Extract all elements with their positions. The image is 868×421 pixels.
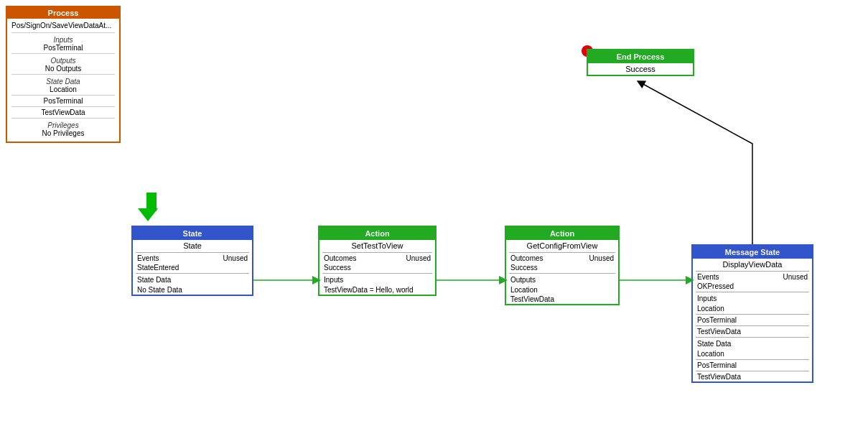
- state-data-testviewdata: TestViewData: [11, 108, 115, 116]
- action2-outcomes-label: Outcomes: [510, 254, 543, 262]
- msg-events-label: Events: [697, 273, 719, 281]
- action2-subtitle: GetConfigFromView: [506, 240, 618, 251]
- state-events-unused: Unused: [223, 254, 248, 262]
- action1-outcomes-row: Outcomes Unused: [319, 254, 435, 263]
- msg-inputs-label: Inputs: [693, 293, 812, 304]
- state-data-location: Location: [11, 85, 115, 93]
- inputs-label: Inputs: [11, 36, 115, 44]
- msg-input-testviewdata: TestViewData: [693, 327, 812, 336]
- action2-outcomes-value: Success: [506, 263, 618, 272]
- action2-outputs-label: Outputs: [506, 274, 618, 285]
- action2-output-location: Location: [506, 285, 618, 295]
- process-panel: Process Pos/SignOn/SaveViewDataAt... Inp…: [6, 6, 121, 143]
- action1-node[interactable]: Action SetTestToView Outcomes Unused Suc…: [318, 226, 437, 296]
- msg-input-location: Location: [693, 304, 812, 313]
- state-events-row: Events Unused: [133, 254, 252, 263]
- privileges-value: No Privileges: [11, 129, 115, 137]
- action2-title: Action: [506, 227, 618, 240]
- action1-inputs-value: TestViewData = Hello, world: [319, 285, 435, 295]
- process-name: Pos/SignOn/SaveViewDataAt...: [11, 22, 115, 29]
- action1-outcomes-label: Outcomes: [324, 254, 357, 262]
- msg-state-data-label: State Data: [693, 338, 812, 349]
- message-state-node[interactable]: Message State DisplayViewData Events Unu…: [691, 244, 813, 383]
- msg-events-value: OKPressed: [693, 282, 812, 291]
- action2-node[interactable]: Action GetConfigFromView Outcomes Unused…: [505, 226, 620, 305]
- state-data-label: State Data: [11, 78, 115, 85]
- state-data-section-value: No State Data: [133, 285, 252, 295]
- message-state-title: Message State: [693, 246, 812, 259]
- action2-outcomes-unused: Unused: [589, 254, 614, 262]
- green-arrow-head: [138, 208, 158, 221]
- state-node[interactable]: State State Events Unused StateEntered S…: [131, 226, 253, 296]
- end-process-subtitle: Success: [588, 63, 693, 75]
- msg-events-unused: Unused: [783, 273, 808, 281]
- privileges-label: Privileges: [11, 121, 115, 129]
- action1-outcomes-unused: Unused: [406, 254, 431, 262]
- end-process-node[interactable]: End Process Success: [587, 49, 694, 76]
- inputs-value: PosTerminal: [11, 44, 115, 52]
- outputs-value: No Outputs: [11, 65, 115, 73]
- action1-inputs-label: Inputs: [319, 274, 435, 285]
- action1-subtitle: SetTestToView: [319, 240, 435, 251]
- action1-outcomes-value: Success: [319, 263, 435, 272]
- message-state-subtitle: DisplayViewData: [693, 259, 812, 270]
- arrow-message-end: [640, 83, 752, 244]
- state-data-section-label: State Data: [133, 274, 252, 285]
- msg-input-posterminal: PosTerminal: [693, 315, 812, 325]
- state-events-value: StateEntered: [133, 263, 252, 272]
- msg-statedata-testviewdata: TestViewData: [693, 372, 812, 381]
- msg-events-row: Events Unused: [693, 272, 812, 282]
- state-node-title: State: [133, 227, 252, 240]
- end-process-title: End Process: [588, 50, 693, 63]
- process-panel-title: Process: [7, 7, 119, 19]
- action1-title: Action: [319, 227, 435, 240]
- state-node-subtitle: State: [133, 240, 252, 251]
- msg-statedata-location: Location: [693, 349, 812, 358]
- msg-statedata-posterminal: PosTerminal: [693, 361, 812, 370]
- action2-outcomes-row: Outcomes Unused: [506, 254, 618, 263]
- state-data-posterminal: PosTerminal: [11, 97, 115, 105]
- action2-output-testviewdata: TestViewData: [506, 295, 618, 304]
- state-events-label: Events: [137, 254, 159, 262]
- outputs-label: Outputs: [11, 57, 115, 65]
